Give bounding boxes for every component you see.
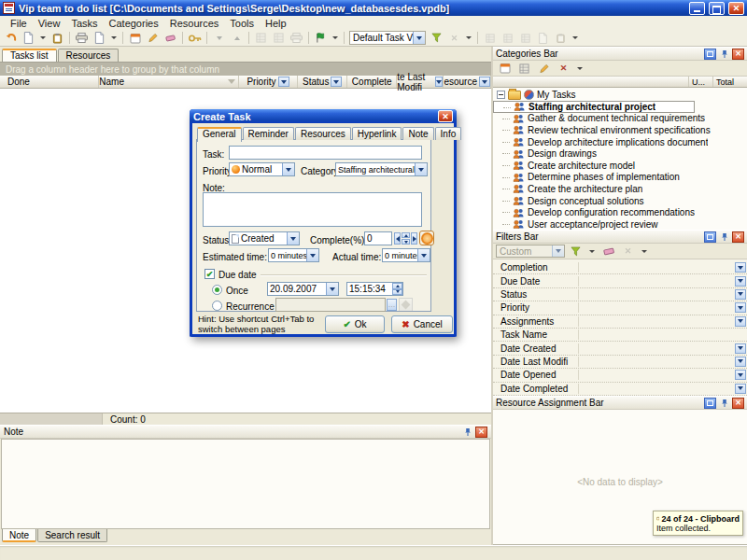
remove-filter-icon[interactable]: ✕ [619,244,637,259]
column-status[interactable]: Status [298,76,347,88]
status-combo[interactable]: Created [229,231,300,245]
ok-button[interactable]: Ok [325,315,385,333]
chevron-down-icon[interactable] [287,232,299,245]
minimize-button[interactable] [689,2,705,15]
assign-resource-icon[interactable] [481,31,499,46]
menu-resources[interactable]: Resources [164,18,225,29]
new-item-icon[interactable] [20,31,37,46]
complete-input[interactable] [364,231,392,245]
spin-up-icon[interactable] [402,232,410,238]
categories-toolbar-dropdown[interactable] [577,67,583,70]
pin-icon[interactable] [718,49,730,60]
menu-categories[interactable]: Categories [104,18,164,29]
column-resource[interactable]: esource [444,76,491,88]
close-icon[interactable] [732,49,744,60]
view-dropdown[interactable] [466,36,472,39]
chevron-down-icon[interactable] [735,276,746,287]
collapse-expander-icon[interactable] [497,91,505,99]
chevron-down-icon[interactable] [331,77,342,87]
cancel-button[interactable]: Cancel [391,315,453,333]
delete-category-icon[interactable]: ✕ [555,61,572,76]
apply-view-filter-icon[interactable] [428,31,445,46]
remove-view-icon[interactable]: ✕ [445,31,463,46]
tab-note[interactable]: Note [402,127,433,140]
tab-general[interactable]: General [197,127,242,142]
column-complete[interactable]: Complete [347,76,397,88]
delete-task-icon[interactable] [162,31,179,46]
filters-toolbar-dropdown[interactable] [641,250,647,253]
menu-tools[interactable]: Tools [224,18,260,29]
tab-tasks-list[interactable]: Tasks list [2,49,57,62]
new-task-icon[interactable] [126,31,144,46]
collapse-icon[interactable] [704,49,716,60]
chevron-down-icon[interactable] [417,249,430,261]
due-date-checkbox[interactable] [204,269,215,279]
add-subcategory-icon[interactable] [515,61,533,76]
chevron-down-icon[interactable] [282,163,294,175]
send-icon[interactable] [552,31,570,46]
task-view-combo[interactable]: Default Task V [349,31,426,45]
move-down-icon[interactable] [210,31,228,46]
close-button[interactable] [728,2,744,15]
complete-task-icon[interactable] [252,31,270,46]
close-icon[interactable] [438,110,453,122]
ellipsis-button[interactable]: … [387,299,397,311]
recurrence-options-icon[interactable] [399,298,413,312]
category-item[interactable]: Create architecture model [493,160,747,172]
category-item[interactable]: Design conceptual solutions [493,195,747,207]
print-dropdown[interactable] [111,36,117,39]
recurrence-field[interactable] [275,298,386,312]
category-item[interactable]: Create the architecture plan [493,183,747,195]
print-report-icon[interactable] [288,31,305,46]
due-time-spinner[interactable]: 15:15:34 [346,282,403,296]
toolbar-options-dropdown[interactable] [572,36,578,39]
column-u[interactable]: U... [688,77,712,87]
flag-icon[interactable] [312,31,330,46]
move-up-icon[interactable] [228,31,246,46]
chevron-down-icon[interactable] [415,163,427,175]
collapse-icon[interactable] [704,398,716,409]
menu-help[interactable]: Help [260,18,292,29]
chevron-down-icon[interactable] [735,384,746,394]
menu-file[interactable]: File [5,18,33,29]
tab-hyperlink[interactable]: Hyperlink [352,127,402,140]
decrement-icon[interactable] [394,232,401,245]
spin-down-icon[interactable] [402,239,410,245]
chevron-down-icon[interactable] [735,316,746,327]
category-item[interactable]: Develop architecture implications docume… [493,136,747,148]
undo-icon[interactable] [2,31,20,46]
spin-down-icon[interactable] [392,289,402,296]
tab-reminder[interactable]: Reminder [243,127,294,140]
column-total[interactable]: Total [712,77,747,87]
chevron-down-icon[interactable] [435,77,444,87]
column-name[interactable]: Name [99,76,238,88]
export-icon[interactable] [534,31,552,46]
collapse-icon[interactable] [704,231,716,243]
apply-filter-dropdown[interactable] [589,250,595,253]
increment-icon[interactable] [411,232,417,245]
clear-filter-icon[interactable] [599,244,617,259]
close-icon[interactable] [475,427,487,438]
note-textarea[interactable] [203,192,422,227]
tab-resources[interactable]: Resources [295,127,351,140]
tab-search-result[interactable]: Search result [37,529,107,542]
menu-tasks[interactable]: Tasks [65,18,103,29]
close-icon[interactable] [732,398,744,409]
tree-root[interactable]: My Tasks [493,89,747,101]
new-item-dropdown[interactable] [40,36,46,39]
chevron-down-icon[interactable] [326,283,338,295]
column-priority[interactable]: Priority [239,76,299,88]
chevron-down-icon[interactable] [735,370,746,380]
permissions-key-icon[interactable] [186,31,204,46]
chevron-down-icon[interactable] [413,32,425,44]
apply-filter-icon[interactable] [567,244,585,259]
column-date-last-modified[interactable]: te Last Modifi [397,76,444,88]
chevron-down-icon[interactable] [306,249,318,261]
pin-icon[interactable] [718,398,730,409]
category-item[interactable]: Determine phases of implementation [493,172,747,184]
note-panel-content[interactable] [1,439,490,529]
actual-time-combo[interactable]: 0 minutes [382,248,430,262]
category-item[interactable]: Staffing architectural project [493,101,695,113]
menu-view[interactable]: View [33,18,66,29]
chevron-down-icon[interactable] [278,77,289,87]
